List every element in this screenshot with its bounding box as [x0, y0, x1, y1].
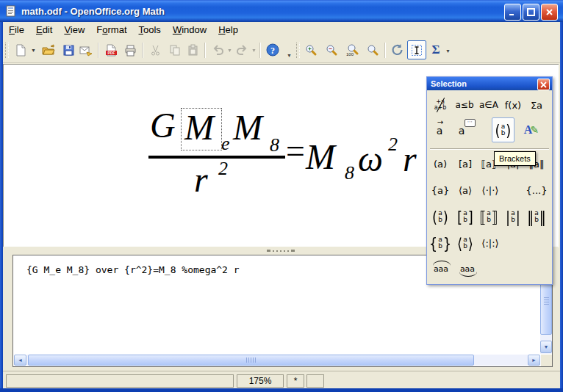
zoom-in-button[interactable]	[302, 41, 320, 59]
close-icon	[545, 8, 553, 16]
undo-dropdown-icon: ▼	[227, 48, 232, 53]
zoom-out-button[interactable]	[323, 41, 340, 59]
formula-superscript-2-den: 2	[218, 159, 228, 178]
status-zoom-field[interactable]: 175%	[237, 374, 284, 388]
selection-palette-title: Selection	[431, 79, 467, 88]
bracket-brace-stacked[interactable]: {ab}	[429, 231, 451, 255]
category-unary-binary-operators[interactable]: +aa+b	[429, 95, 451, 115]
toolbar-separator	[204, 43, 206, 58]
category-relations[interactable]: a≤b	[453, 95, 476, 115]
bracket-double-square-stacked[interactable]: ⟦ab⟧	[478, 205, 500, 228]
bracket-round-stacked[interactable]: (ab)	[429, 205, 451, 228]
close-button[interactable]	[541, 4, 558, 21]
arrow-down-icon: ▼	[544, 344, 549, 349]
bracket-operator[interactable]: ⟨·|·⟩	[478, 180, 503, 200]
menu-tools[interactable]: Tools	[133, 22, 167, 38]
brackets-category-icon: (ab)	[495, 123, 512, 138]
formula-term-r-rhs: r	[403, 142, 417, 177]
toolbar-separator	[384, 43, 386, 58]
scroll-down-button[interactable]: ▼	[540, 341, 552, 353]
formula-superscript-2-omega: 2	[388, 135, 398, 154]
titlebar[interactable]: math.odf - OpenOffice.org Math	[0, 0, 563, 22]
copy-icon	[169, 44, 182, 57]
app-window: math.odf - OpenOffice.org Math File Edit…	[0, 0, 563, 392]
symbols-button[interactable]: Σ	[427, 41, 445, 59]
menu-format[interactable]: Format	[90, 22, 132, 38]
help-button[interactable]: ?	[264, 41, 282, 59]
formula-term-M-num: M	[233, 110, 262, 145]
email-button[interactable]	[77, 41, 95, 59]
zoom-button[interactable]	[364, 41, 381, 59]
bracket-square[interactable]: [a]	[454, 153, 476, 174]
bracket-square-stacked[interactable]: [ab]	[454, 205, 476, 228]
fraction-bar	[148, 156, 285, 159]
bracket-angle-stacked[interactable]: ⟨ab⟩	[454, 231, 476, 255]
unary-binary-icon: +aa+b	[434, 99, 447, 111]
close-icon	[540, 81, 547, 88]
bracket-brace[interactable]: {a}	[429, 180, 451, 200]
selection-close-button[interactable]	[537, 79, 550, 90]
toolbar-overflow-icon[interactable]: ▼	[445, 48, 451, 54]
zoom-100-button[interactable]: 100	[343, 41, 361, 59]
scroll-left-button[interactable]: ◄	[14, 355, 26, 366]
minimize-button[interactable]	[504, 4, 521, 21]
redo-dropdown-icon: ▼	[251, 48, 257, 53]
toolbar-separator	[142, 43, 143, 58]
selection-palette: Selection +aa+b a≤b a∈A f(x) Σa →a a⋯ (a…	[426, 76, 553, 285]
export-pdf-icon: PDF	[105, 44, 118, 57]
maximize-button[interactable]	[523, 4, 539, 21]
toolbar-grip[interactable]	[5, 43, 9, 58]
svg-text:100: 100	[346, 51, 354, 56]
horizontal-scroll-thumb[interactable]	[28, 355, 474, 366]
formula-subscript-8-num: 8	[270, 136, 279, 155]
menu-view[interactable]: View	[58, 22, 90, 38]
category-formats[interactable]: A✎	[518, 117, 545, 142]
toolbar-grip[interactable]	[296, 43, 300, 58]
new-document-button[interactable]	[12, 41, 29, 59]
selection-palette-titlebar[interactable]: Selection	[427, 77, 552, 90]
category-set-operations[interactable]: a∈A	[477, 95, 501, 115]
new-document-icon	[15, 44, 27, 57]
formula-subscript-e: e	[221, 134, 230, 153]
bracket-angle[interactable]: ⟨a⟩	[454, 180, 476, 200]
toolbar-overflow-icon[interactable]: ▼	[287, 53, 292, 58]
print-button[interactable]	[121, 41, 139, 59]
overbrace-button[interactable]: aaa	[429, 259, 453, 278]
open-button[interactable]	[40, 41, 57, 59]
scroll-right-button[interactable]: ►	[528, 355, 540, 366]
toolbar-separator	[259, 43, 261, 58]
refresh-button[interactable]	[388, 41, 406, 59]
category-attributes[interactable]: →a	[429, 119, 450, 142]
save-button[interactable]	[60, 41, 77, 59]
bracket-scalable-brace[interactable]: {...}	[526, 180, 548, 200]
menu-edit[interactable]: Edit	[30, 22, 58, 38]
bracket-double-line-stacked[interactable]: ‖ab‖	[526, 205, 548, 228]
undo-button	[209, 41, 226, 59]
category-brackets[interactable]: (ab)	[492, 117, 514, 142]
new-dropdown-icon[interactable]: ▼	[31, 48, 36, 53]
formula-term-omega: ω	[358, 142, 383, 177]
brackets-tooltip: Brackets	[494, 151, 536, 166]
email-icon	[79, 44, 93, 57]
formula-cursor-button[interactable]	[407, 40, 426, 59]
command-text[interactable]: {G M_e M_8} over {r^2}=M_8 %omega^2 r	[26, 264, 240, 275]
category-functions[interactable]: f(x)	[502, 95, 524, 115]
bracket-line-stacked[interactable]: |ab|	[502, 205, 524, 228]
sigma-icon: Σ	[431, 43, 440, 57]
open-folder-icon	[42, 44, 55, 57]
category-others[interactable]: a⋯	[451, 119, 472, 142]
formula-cursor-icon	[410, 43, 423, 57]
vector-a-icon: →a	[437, 125, 443, 137]
thumb-grip-icon	[246, 357, 256, 363]
menubar: File Edit View Format Tools Window Help	[3, 22, 560, 38]
export-pdf-button[interactable]: PDF	[102, 41, 120, 59]
underbrace-button[interactable]: aaa	[456, 259, 479, 278]
bracket-round[interactable]: (a)	[429, 153, 451, 174]
menu-help[interactable]: Help	[212, 22, 244, 38]
status-message-field	[6, 374, 234, 388]
category-operators[interactable]: Σa	[526, 95, 548, 115]
copy-button	[166, 41, 184, 59]
menu-window[interactable]: Window	[167, 22, 212, 38]
menu-file[interactable]: File	[3, 22, 30, 38]
bracket-operator-stacked[interactable]: ⟨:|:⟩	[478, 231, 503, 255]
